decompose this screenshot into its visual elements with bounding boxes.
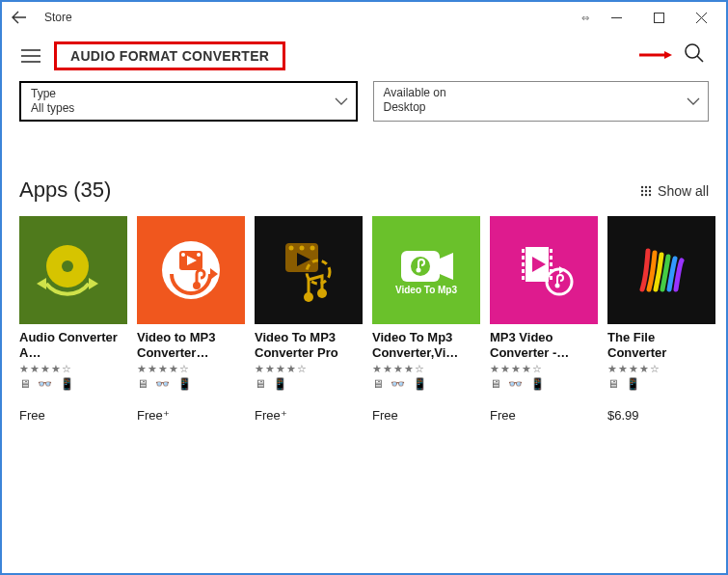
svg-marker-58	[559, 266, 565, 274]
menu-button[interactable]	[17, 42, 44, 69]
app-rating: ★★★★☆	[137, 363, 245, 375]
app-price: Free⁺	[137, 408, 245, 423]
section-title: Apps	[19, 178, 67, 203]
svg-point-10	[645, 186, 647, 188]
svg-point-28	[193, 282, 201, 289]
app-devices: 🖥 👓 📱	[19, 377, 127, 391]
minimize-button[interactable]	[595, 2, 637, 33]
svg-point-16	[645, 194, 647, 196]
svg-point-7	[686, 44, 699, 58]
app-card[interactable]: Video to MP3 Converter…★★★★☆🖥 👓 📱Free⁺	[137, 216, 245, 423]
svg-rect-47	[522, 256, 525, 260]
app-rating: ★★★★☆	[372, 363, 480, 375]
svg-point-32	[310, 246, 315, 251]
app-devices: 🖥 👓 📱	[490, 377, 598, 391]
app-card[interactable]: The File Converter★★★★☆🖥 📱$6.99	[607, 216, 715, 423]
svg-point-57	[555, 284, 560, 288]
filter-label: Available on	[384, 86, 680, 100]
app-price: Free	[19, 408, 127, 423]
app-name: The File Converter	[607, 330, 715, 361]
app-price: $6.99	[607, 408, 715, 423]
svg-point-15	[641, 194, 643, 196]
app-name: Video To MP3 Converter Pro	[255, 330, 363, 361]
app-tile	[607, 216, 715, 324]
svg-marker-38	[440, 253, 453, 280]
app-price: Free	[490, 408, 598, 423]
section-count: (35)	[73, 178, 111, 203]
app-tile	[137, 216, 245, 324]
search-query-highlight: AUDIO FORMAT CONVERTER	[54, 41, 285, 70]
app-rating: ★★★★☆	[607, 363, 715, 375]
app-rating: ★★★★☆	[19, 363, 127, 375]
chevron-down-icon	[335, 97, 348, 105]
app-card[interactable]: Video To MP3 Converter Pro★★★★☆🖥 📱Free⁺	[255, 216, 363, 423]
maximize-button[interactable]	[637, 2, 680, 33]
svg-text:Video To Mp3: Video To Mp3	[395, 285, 458, 295]
apps-row: Audio Converter A…★★★★☆🖥 👓 📱FreeVideo to…	[2, 203, 726, 423]
annotation-arrow	[639, 50, 672, 60]
svg-rect-54	[550, 276, 553, 280]
app-card[interactable]: MP3 Video Converter -…★★★★☆🖥 👓 📱Free	[490, 216, 598, 423]
svg-rect-50	[550, 262, 553, 266]
svg-point-24	[181, 253, 185, 257]
app-devices: 🖥 👓 📱	[372, 377, 480, 391]
svg-point-11	[649, 186, 651, 188]
svg-point-40	[417, 268, 421, 273]
filter-label: Type	[31, 87, 327, 101]
filter-available-on[interactable]: Available on Desktop	[373, 81, 710, 122]
svg-point-9	[641, 186, 643, 188]
show-all-label: Show all	[658, 183, 709, 199]
svg-marker-21	[37, 278, 46, 289]
svg-point-35	[304, 292, 313, 302]
app-price: Free⁺	[255, 408, 363, 423]
svg-point-14	[649, 190, 651, 192]
app-tile	[19, 216, 127, 324]
svg-point-36	[317, 288, 327, 298]
svg-rect-49	[522, 262, 525, 266]
svg-line-8	[697, 56, 703, 62]
svg-point-17	[649, 194, 651, 196]
svg-rect-51	[522, 269, 525, 273]
svg-marker-6	[664, 51, 672, 59]
svg-point-30	[289, 246, 294, 251]
app-devices: 🖥 📱	[607, 377, 715, 391]
svg-rect-45	[522, 249, 525, 253]
svg-point-31	[300, 246, 305, 251]
show-all-button[interactable]: Show all	[640, 183, 709, 199]
app-card[interactable]: Video To Mp3Video To Mp3 Converter,Vi…★★…	[372, 216, 480, 423]
app-tile	[490, 216, 598, 324]
filters-row: Type All types Available on Desktop	[2, 81, 726, 122]
resize-icon: ⇔	[581, 13, 589, 23]
search-button[interactable]	[684, 42, 705, 64]
app-name: Video To Mp3 Converter,Vi…	[372, 330, 480, 361]
svg-rect-48	[550, 256, 553, 260]
filter-type[interactable]: Type All types	[19, 81, 358, 122]
app-devices: 🖥 👓 📱	[137, 377, 245, 391]
app-rating: ★★★★☆	[490, 363, 598, 375]
svg-rect-46	[550, 249, 553, 253]
app-devices: 🖥 📱	[255, 377, 363, 391]
app-card[interactable]: Audio Converter A…★★★★☆🖥 👓 📱Free	[19, 216, 127, 423]
window-title: Store	[44, 11, 72, 24]
app-name: MP3 Video Converter -…	[490, 330, 598, 361]
app-rating: ★★★★☆	[255, 363, 363, 375]
svg-point-25	[197, 253, 201, 257]
chevron-down-icon	[687, 97, 700, 105]
filter-value: Desktop	[384, 100, 680, 115]
app-name: Video to MP3 Converter…	[137, 330, 245, 361]
app-toolbar: AUDIO FORMAT CONVERTER	[2, 33, 726, 79]
grid-icon	[640, 185, 652, 197]
svg-point-13	[645, 190, 647, 192]
close-button[interactable]	[680, 2, 722, 33]
app-name: Audio Converter A…	[19, 330, 127, 361]
svg-point-12	[641, 190, 643, 192]
window-titlebar: Store ⇔	[2, 2, 726, 33]
app-tile: Video To Mp3	[372, 216, 480, 324]
back-button[interactable]	[6, 4, 33, 31]
svg-rect-1	[654, 13, 663, 22]
app-tile	[255, 216, 363, 324]
filter-value: All types	[31, 101, 327, 116]
app-price: Free	[372, 408, 480, 423]
svg-point-19	[62, 260, 73, 272]
svg-marker-20	[89, 278, 98, 289]
